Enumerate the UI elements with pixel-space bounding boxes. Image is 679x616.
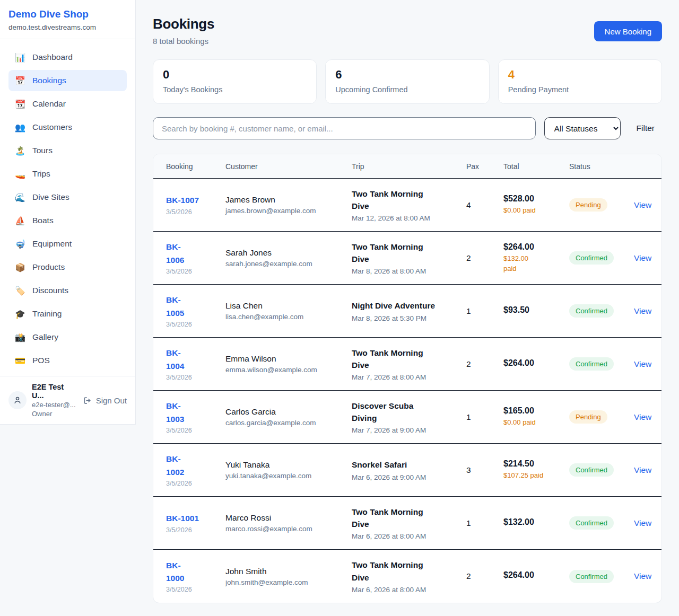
booking-id-link[interactable]: BK-1007 (166, 194, 217, 207)
paid-amount: $0.00 paid (503, 418, 561, 427)
sidebar-item[interactable]: 👥 Customers (8, 117, 127, 138)
view-link[interactable]: View (634, 306, 651, 315)
customer-email: yuki.tanaka@example.com (225, 472, 343, 480)
user-meta: E2E Test U... e2e-tester@... Owner (32, 383, 78, 418)
total-amount: $93.50 (503, 305, 561, 315)
stat-value: 0 (163, 68, 307, 82)
user-name: E2E Test U... (32, 383, 78, 400)
customer-email: james.brown@example.com (225, 207, 343, 215)
status-cell: Confirmed (569, 251, 634, 265)
view-link[interactable]: View (634, 571, 651, 580)
customer-name: Marco Rossi (225, 513, 343, 523)
sidebar-item[interactable]: 🚤 Trips (8, 163, 127, 184)
stat-card: 0 Today's Bookings (153, 59, 317, 104)
customer-name: John Smith (225, 567, 343, 576)
main-content: Bookings 8 total bookings New Booking 0 … (136, 0, 679, 616)
total-cell: $214.50 $107.25 paid (503, 459, 569, 480)
total-amount: $214.50 (503, 459, 561, 469)
booking-date: 3/5/2026 (166, 526, 217, 534)
stat-card: 6 Upcoming Confirmed (325, 59, 489, 104)
booking-id-link[interactable]: BK-1001 (166, 512, 217, 525)
view-link[interactable]: View (634, 465, 651, 474)
table-row: BK- 1006 3/5/2026 Sarah Jones sarah.jone… (153, 232, 661, 285)
booking-cell: BK- 1006 3/5/2026 (153, 241, 225, 275)
user-footer: E2E Test U... e2e-tester@... Owner Sign … (0, 376, 135, 424)
total-cell: $132.00 (503, 517, 569, 529)
nav-item-icon: 📦 (15, 262, 25, 272)
col-header-pax: Pax (466, 162, 503, 171)
booking-id-link[interactable]: BK- 1003 (166, 400, 217, 425)
customer-email: carlos.garcia@example.com (225, 419, 343, 427)
new-booking-button[interactable]: New Booking (594, 21, 662, 41)
total-amount: $528.00 (503, 194, 561, 204)
paid-amount: $132.00 paid (503, 254, 561, 273)
sidebar-item[interactable]: 📸 Gallery (8, 327, 127, 348)
brand-name[interactable]: Demo Dive Shop (8, 8, 127, 20)
nav-item-label: Discounts (32, 286, 68, 295)
booking-id-link[interactable]: BK- 1005 (166, 294, 217, 319)
nav-item-label: Products (32, 262, 65, 272)
customer-name: Lisa Chen (225, 301, 343, 311)
sidebar-item[interactable]: 💳 POS (8, 350, 127, 371)
page-title: Bookings (153, 16, 214, 32)
trip-name: Two Tank Morning Dive (352, 347, 458, 372)
booking-id-link[interactable]: BK- 1002 (166, 453, 217, 478)
nav-item-label: Dashboard (32, 52, 73, 62)
trip-cell: Two Tank Morning Dive Mar 12, 2026 at 8:… (352, 188, 466, 223)
sidebar-item[interactable]: 📊 Dashboard (8, 47, 127, 68)
booking-id-link[interactable]: BK- 1004 (166, 347, 217, 372)
trip-cell: Two Tank Morning Dive Mar 7, 2026 at 8:0… (352, 347, 466, 382)
trip-datetime: Mar 8, 2026 at 8:00 AM (352, 267, 458, 275)
sidebar-item[interactable]: 🤿 Equipment (8, 233, 127, 254)
user-role: Owner (32, 410, 78, 418)
trip-cell: Two Tank Morning Dive Mar 6, 2026 at 8:0… (352, 506, 466, 541)
total-cell: $93.50 (503, 305, 569, 317)
status-badge: Confirmed (569, 463, 614, 477)
customer-name: Yuki Tanaka (225, 460, 343, 470)
customer-cell: Yuki Tanaka yuki.tanaka@example.com (225, 460, 352, 480)
trip-datetime: Mar 6, 2026 at 9:00 AM (352, 473, 458, 481)
sign-out-button[interactable]: Sign Out (83, 396, 127, 405)
trip-name: Two Tank Morning Dive (352, 506, 458, 531)
sidebar-item[interactable]: ⛵ Boats (8, 210, 127, 231)
total-cell: $264.00 (503, 570, 569, 582)
total-cell: $165.00 $0.00 paid (503, 406, 569, 427)
nav-item-label: Boats (32, 216, 54, 225)
sidebar-item[interactable]: 🎓 Training (8, 303, 127, 324)
status-cell: Pending (569, 198, 634, 212)
sidebar-item[interactable]: 📦 Products (8, 257, 127, 278)
sidebar-item[interactable]: 🏝️ Tours (8, 140, 127, 161)
status-badge: Confirmed (569, 570, 614, 583)
total-cell: $264.00 $132.00 paid (503, 242, 569, 273)
search-input[interactable] (153, 117, 536, 139)
sidebar-item[interactable]: 📆 Calendar (8, 93, 127, 115)
nav-item-label: Training (32, 309, 62, 319)
sidebar-item[interactable]: 🌊 Dive Sites (8, 187, 127, 208)
nav-item-label: Gallery (32, 332, 58, 342)
booking-id-link[interactable]: BK- 1006 (166, 241, 217, 266)
view-link[interactable]: View (634, 518, 651, 527)
view-link[interactable]: View (634, 359, 651, 368)
table-row: BK- 1005 3/5/2026 Lisa Chen lisa.chen@ex… (153, 285, 661, 338)
filter-button[interactable]: Filter (629, 124, 662, 133)
status-badge: Confirmed (569, 251, 614, 265)
total-cell: $528.00 $0.00 paid (503, 194, 569, 215)
customer-cell: Lisa Chen lisa.chen@example.com (225, 301, 352, 321)
view-link[interactable]: View (634, 200, 651, 209)
pax-cell: 1 (466, 306, 503, 316)
status-badge: Pending (569, 198, 607, 212)
status-cell: Confirmed (569, 463, 634, 477)
page-header: Bookings 8 total bookings New Booking (153, 16, 662, 46)
booking-id-link[interactable]: BK- 1000 (166, 559, 217, 585)
status-filter-select[interactable]: All Statuses (544, 117, 621, 139)
sidebar-item[interactable]: 🏷️ Discounts (8, 280, 127, 301)
trip-cell: Discover Scuba Diving Mar 7, 2026 at 9:0… (352, 400, 466, 435)
view-link[interactable]: View (634, 412, 651, 421)
nav-item-icon: 📊 (15, 52, 25, 63)
trip-cell: Snorkel Safari Mar 6, 2026 at 9:00 AM (352, 459, 466, 481)
sidebar-item[interactable]: 📅 Bookings (8, 70, 127, 91)
booking-date: 3/5/2026 (166, 321, 217, 328)
total-cell: $264.00 (503, 358, 569, 370)
view-link[interactable]: View (634, 253, 651, 262)
trip-name: Two Tank Morning Dive (352, 241, 458, 266)
